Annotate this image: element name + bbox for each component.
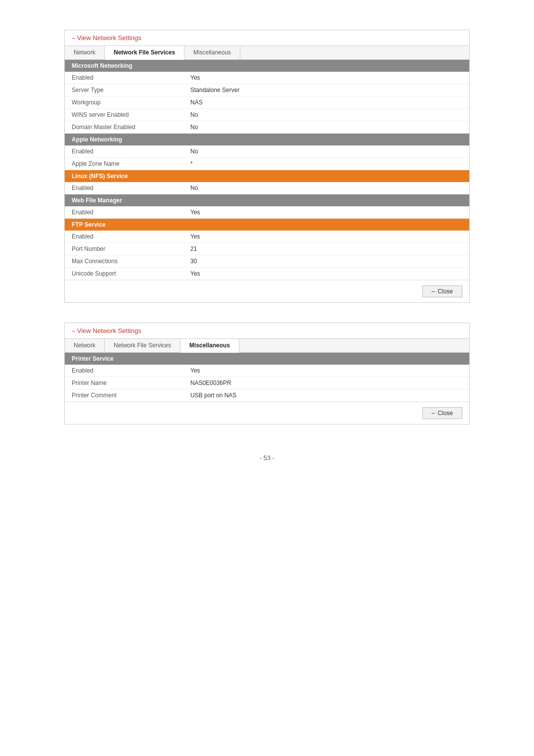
row-value: Yes [190,367,200,374]
row-label: Port Number [72,245,190,252]
row-label: Enabled [72,367,190,374]
panel-2-title: – View Network Settings [65,323,469,338]
table-row: Enabled No [65,182,469,194]
panel-2: – View Network Settings Network Network … [64,323,470,425]
table-row: WINS server Enabled No [65,109,469,121]
row-value: Yes [190,233,200,240]
page-number: - 53 - [64,454,470,462]
panel-1-tabs: Network Network File Services Miscellane… [65,46,469,60]
row-value: Standalone Server [190,87,239,94]
table-row: Workgroup NAS [65,96,469,109]
table-row: Port Number 21 [65,243,469,255]
row-label: Enabled [72,185,190,191]
section-header-linux: Linux (NFS) Service [65,170,469,182]
table-row: Printer Name NAS0E0036PR [65,377,469,389]
row-value: USB port on NAS [190,392,236,399]
table-row: Enabled No [65,145,469,158]
row-label: Enabled [72,209,190,216]
row-label: Printer Name [72,379,190,386]
panel-1: – View Network Settings Network Network … [64,30,470,303]
tab-network-2[interactable]: Network [65,339,105,352]
panel-2-title-text: – View Network Settings [72,327,141,334]
tab-network-1[interactable]: Network [65,46,105,59]
section-header-apple: Apple Networking [65,134,469,145]
row-value: Yes [190,209,200,216]
row-label: Printer Comment [72,392,190,399]
tab-miscellaneous-2[interactable]: Miscellaneous [180,339,239,353]
row-label: Max Connections [72,258,190,265]
panel-1-close-button[interactable]: – Close [422,285,462,297]
page-wrapper: – View Network Settings Network Network … [64,30,470,462]
row-value: Yes [190,270,200,277]
row-value: No [190,111,198,118]
table-row: Printer Comment USB port on NAS [65,389,469,402]
table-row: Server Type Standalone Server [65,84,469,96]
tab-network-file-services-2[interactable]: Network File Services [105,339,180,352]
section-header-microsoft: Microsoft Networking [65,60,469,72]
row-label: Server Type [72,87,190,94]
section-header-web: Web File Manager [65,194,469,206]
row-label: Workgroup [72,99,190,106]
row-label: Unicode Support [72,270,190,277]
panel-2-close-button[interactable]: – Close [422,407,462,419]
row-label: Enabled [72,74,190,81]
panel-1-title: – View Network Settings [65,30,469,46]
table-row: Apple Zone Name * [65,158,469,170]
tab-miscellaneous-1[interactable]: Miscellaneous [184,46,240,59]
panel-2-tabs: Network Network File Services Miscellane… [65,338,469,353]
minus-icon: – [432,410,435,417]
table-row: Enabled Yes [65,231,469,243]
section-header-printer: Printer Service [65,353,469,365]
section-header-ftp: FTP Service [65,219,469,231]
row-value: No [190,185,198,191]
minus-icon: – [432,288,435,295]
row-value: No [190,124,198,131]
panel-1-close-bar: – Close [65,280,469,302]
panel-1-title-text: – View Network Settings [72,34,141,42]
row-label: Enabled [72,148,190,155]
table-row: Unicode Support Yes [65,268,469,280]
table-row: Domain Master Enabled No [65,121,469,134]
row-value: 30 [190,258,197,265]
row-label: WINS server Enabled [72,111,190,118]
row-value: NAS0E0036PR [190,379,231,386]
table-row: Max Connections 30 [65,255,469,268]
row-label: Domain Master Enabled [72,124,190,131]
row-value: * [190,160,193,167]
table-row: Enabled Yes [65,72,469,84]
table-row: Enabled Yes [65,365,469,377]
row-value: 21 [190,245,197,252]
panel-2-close-bar: – Close [65,402,469,424]
table-row: Enabled Yes [65,206,469,219]
tab-network-file-services-1[interactable]: Network File Services [105,46,184,60]
close-label: Close [438,288,453,295]
close-label: Close [438,410,453,417]
row-label: Enabled [72,233,190,240]
row-value: No [190,148,198,155]
row-label: Apple Zone Name [72,160,190,167]
row-value: NAS [190,99,203,106]
row-value: Yes [190,74,200,81]
